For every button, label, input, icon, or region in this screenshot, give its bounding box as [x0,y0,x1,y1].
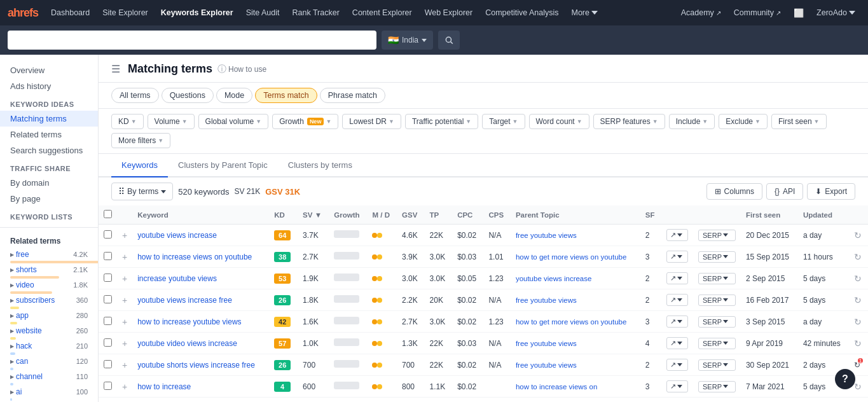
row-checkbox[interactable] [104,230,112,239]
add-keyword-icon[interactable]: + [122,230,127,240]
row-checkbox[interactable] [104,382,112,390]
keyword-link[interactable]: how to increase views on youtube [137,253,252,261]
refresh-icon-red[interactable]: ↻1 [854,361,860,370]
tab-all-terms[interactable]: All terms [111,88,159,103]
serp-button[interactable]: SERP [698,381,736,392]
add-keyword-icon[interactable]: + [122,317,127,327]
nav-competitive-analysis[interactable]: Competitive Analysis [480,6,563,20]
sidebar-kw-item[interactable]: ▶free 4.2K [0,248,98,261]
serp-button[interactable]: SERP [698,295,736,306]
keyword-link[interactable]: youtube video views increase [137,339,237,348]
graph-button[interactable]: ↗ [666,380,688,392]
filter-include[interactable]: Include ▼ [669,114,715,129]
graph-button[interactable]: ↗ [666,272,688,284]
keyword-link[interactable]: how to increase youtube views [137,317,241,326]
serp-button[interactable]: SERP [698,251,736,263]
sidebar-kw-item[interactable]: ▶subscribers 360 [0,294,98,307]
sidebar-item-related-terms[interactable]: Related terms [0,127,98,142]
keyword-link[interactable]: increase youtube views [137,274,217,283]
refresh-icon[interactable]: ↻ [854,252,862,262]
sidebar-kw-item[interactable]: ▶hack 210 [0,340,98,352]
sidebar-item-overview[interactable]: Overview [0,62,98,78]
graph-button[interactable]: ↗ [666,294,688,306]
nav-site-audit[interactable]: Site Audit [241,6,285,20]
nav-keywords-explorer[interactable]: Keywords Explorer [156,6,238,20]
nav-academy[interactable]: Academy ↗ [676,6,726,20]
ahrefs-logo[interactable]: ahrefs [8,6,38,20]
parent-topic-link[interactable]: free youtube views [516,296,577,304]
refresh-icon[interactable]: ↻ [854,274,862,284]
nav-community[interactable]: Community ↗ [729,6,786,20]
tab-mode[interactable]: Mode [216,88,252,103]
parent-topic-link[interactable]: how to get more views on youtube [516,253,627,261]
sidebar-kw-item[interactable]: ▶ai 100 [0,385,98,398]
nav-site-explorer[interactable]: Site Explorer [97,6,153,20]
sidebar-item-matching-terms[interactable]: Matching terms [0,111,98,127]
serp-button[interactable]: SERP [698,338,736,349]
nav-more[interactable]: More [567,6,603,20]
parent-topic-link[interactable]: how to get more views on youtube [516,318,627,326]
sidebar-kw-item[interactable]: ▶app 280 [0,309,98,322]
sidebar-kw-item[interactable]: ▶can 120 [0,355,98,368]
parent-topic-link[interactable]: free youtube views [516,232,577,239]
keyword-link[interactable]: youtube views increase [137,231,217,240]
country-selector[interactable]: 🇮🇳 India [382,31,433,50]
serp-button[interactable]: SERP [698,316,736,328]
search-button[interactable] [438,31,460,50]
by-terms-button[interactable]: ⠿ By terms [111,183,173,200]
help-button[interactable]: ? [835,369,855,389]
sidebar-kw-item[interactable]: ▶website 260 [0,324,98,337]
parent-topic-link[interactable]: youtube views increase [516,275,592,282]
serp-button[interactable]: SERP [698,273,736,284]
sidebar-item-by-page[interactable]: By page [0,191,98,207]
nav-monitor-icon[interactable]: ⬜ [789,6,809,20]
nav-content-explorer[interactable]: Content Explorer [347,6,417,20]
how-to-use-link[interactable]: ⓘ How to use [217,64,266,75]
hamburger-icon[interactable]: ☰ [111,63,120,75]
add-keyword-icon[interactable]: + [122,274,127,284]
tab-phrase-match[interactable]: Phrase match [320,88,385,103]
sidebar-item-by-domain[interactable]: By domain [0,175,98,191]
sidebar-kw-item[interactable]: ▶video 1.8K [0,279,98,291]
filter-kd[interactable]: KD ▼ [111,114,144,129]
filter-target[interactable]: Target ▼ [482,114,525,129]
filter-traffic-potential[interactable]: Traffic potential ▼ [405,114,478,129]
nav-dashboard[interactable]: Dashboard [46,6,95,20]
serp-button[interactable]: SERP [698,230,736,241]
keyword-link[interactable]: youtube views increase free [137,296,232,305]
graph-button[interactable]: ↗ [666,251,688,263]
add-keyword-icon[interactable]: + [122,360,127,370]
row-checkbox[interactable] [104,252,112,260]
row-checkbox[interactable] [104,360,112,368]
sidebar-item-ads-history[interactable]: Ads history [0,78,98,94]
filter-serp-features[interactable]: SERP features ▼ [593,114,665,129]
keyword-link[interactable]: youtube shorts views increase free [137,361,255,370]
export-button[interactable]: ⬇Export [807,183,855,200]
nav-user[interactable]: ZeroAdo [811,6,860,20]
graph-button[interactable]: ↗ [666,337,688,349]
row-checkbox[interactable] [104,274,112,282]
add-keyword-icon[interactable]: + [122,382,127,392]
add-keyword-icon[interactable]: + [122,295,127,305]
add-keyword-icon[interactable]: + [122,338,127,349]
search-input[interactable]: increase youtube views [14,36,370,45]
row-checkbox[interactable] [104,338,112,347]
graph-button[interactable]: ↗ [666,315,688,328]
refresh-icon[interactable]: ↻ [854,338,862,349]
row-checkbox[interactable] [104,317,112,325]
api-button[interactable]: {}API [766,183,803,200]
sidebar-kw-item[interactable]: ▶channel 110 [0,370,98,383]
select-all-checkbox[interactable] [104,210,112,218]
columns-button[interactable]: ⊞Columns [706,183,762,200]
filter-growth[interactable]: Growth New ▼ [272,114,338,129]
graph-button[interactable]: ↗ [666,359,688,371]
parent-topic-link[interactable]: how to increase views on [516,383,597,391]
nav-rank-tracker[interactable]: Rank Tracker [287,6,345,20]
refresh-icon[interactable]: ↻ [854,230,862,240]
add-keyword-icon[interactable]: + [122,252,127,262]
serp-button[interactable]: SERP [698,359,736,371]
parent-topic-link[interactable]: free youtube views [516,340,577,347]
refresh-icon[interactable]: ↻ [854,382,862,392]
filter-word-count[interactable]: Word count ▼ [529,114,589,129]
refresh-icon[interactable]: ↻ [854,295,862,305]
